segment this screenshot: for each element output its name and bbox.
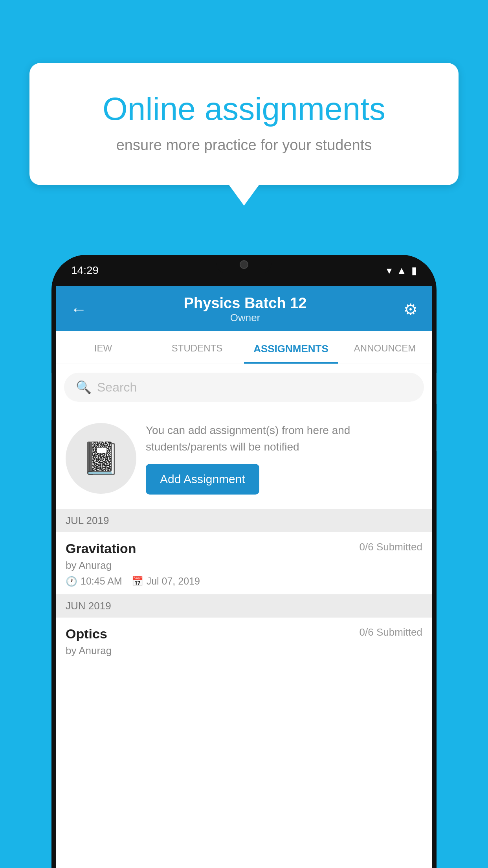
tab-announcements[interactable]: ANNOUNCEM [338,331,432,364]
meta-date: 📅 Jul 07, 2019 [132,576,200,587]
volume-up-button [436,373,437,404]
header-center: Physics Batch 12 Owner [184,295,307,324]
assignment-submitted-optics: 0/6 Submitted [360,626,422,638]
search-icon: 🔍 [76,380,92,395]
batch-title: Physics Batch 12 [184,295,307,312]
tab-iew[interactable]: IEW [56,331,150,364]
speech-bubble: Online assignments ensure more practice … [29,63,459,185]
phone-screen: ← Physics Batch 12 Owner ⚙ IEW STUDENTS … [56,286,432,868]
assignment-author: by Anurag [66,559,422,572]
meta-time: 🕐 10:45 AM [66,576,122,587]
batch-subtitle: Owner [184,312,307,324]
tab-assignments[interactable]: ASSIGNMENTS [244,331,338,364]
status-time: 14:29 [71,264,99,277]
calendar-icon: 📅 [132,576,143,587]
assignment-top-optics: Optics 0/6 Submitted [66,626,422,642]
notebook-icon: 📓 [81,440,121,477]
assignment-time: 10:45 AM [81,576,122,587]
empty-state: 📓 You can add assignment(s) from here an… [56,410,432,509]
status-icons: ▾ ▲ ▮ [387,265,417,277]
empty-description: You can add assignment(s) from here and … [146,422,422,455]
phone-frame: 14:29 ▾ ▲ ▮ ← Physics Batch 12 Owner ⚙ I… [51,255,437,868]
assignment-icon-circle: 📓 [66,423,136,494]
power-button [51,373,52,420]
search-input[interactable]: Search [97,380,137,395]
signal-icon: ▲ [396,265,407,277]
wifi-icon: ▾ [387,265,392,277]
back-button[interactable]: ← [70,300,87,319]
section-jun-2019: JUN 2019 [56,594,432,618]
bubble-title: Online assignments [61,90,427,127]
search-bar[interactable]: 🔍 Search [64,373,424,402]
assignment-meta: 🕐 10:45 AM 📅 Jul 07, 2019 [66,576,422,587]
add-assignment-button[interactable]: Add Assignment [146,464,259,495]
tabs-bar: IEW STUDENTS ASSIGNMENTS ANNOUNCEM [56,331,432,364]
tab-students[interactable]: STUDENTS [150,331,244,364]
assignment-gravitation[interactable]: Gravitation 0/6 Submitted by Anurag 🕐 10… [56,532,432,594]
bubble-subtitle: ensure more practice for your students [61,137,427,154]
assignment-submitted: 0/6 Submitted [360,541,422,553]
camera-icon [240,260,248,269]
assignment-top: Gravitation 0/6 Submitted [66,541,422,556]
section-jul-2019: JUL 2019 [56,509,432,532]
notch [216,255,272,274]
clock-icon: 🕐 [66,576,77,587]
battery-icon: ▮ [411,265,417,277]
assignment-author-optics: by Anurag [66,645,422,657]
assignment-optics[interactable]: Optics 0/6 Submitted by Anurag [56,618,432,668]
settings-icon[interactable]: ⚙ [404,300,418,318]
assignment-date: Jul 07, 2019 [147,576,200,587]
status-bar: 14:29 ▾ ▲ ▮ [51,255,437,286]
assignment-name: Gravitation [66,541,136,556]
empty-text-area: You can add assignment(s) from here and … [146,422,422,495]
assignment-name-optics: Optics [66,626,107,642]
volume-down-button [436,420,437,451]
app-header: ← Physics Batch 12 Owner ⚙ [56,286,432,331]
